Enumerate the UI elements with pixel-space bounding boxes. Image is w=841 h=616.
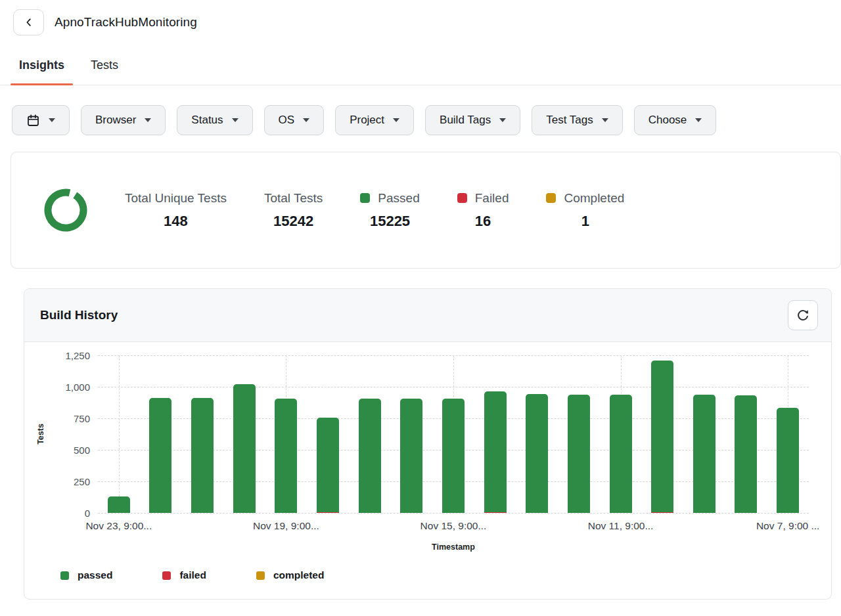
bar-slot [600, 355, 642, 513]
stacked-bar[interactable] [484, 391, 507, 513]
bar-segment-passed [317, 418, 339, 512]
donut-chart-icon [44, 188, 87, 232]
stacked-bar[interactable] [108, 496, 130, 513]
bar-slot [181, 355, 223, 513]
stat-total-tests: Total Tests 15242 [264, 191, 323, 230]
stacked-bar[interactable] [735, 395, 757, 513]
bars-layer [98, 355, 809, 513]
stacked-bar[interactable] [651, 361, 673, 513]
bar-slot [349, 355, 391, 513]
legend-item-passed[interactable]: passed [60, 569, 112, 581]
stat-value: 16 [475, 213, 491, 230]
project-dropdown[interactable]: Project [335, 105, 414, 135]
bar-slot [558, 355, 600, 513]
legend-label: failed [179, 569, 206, 581]
passed-color-swatch [360, 193, 370, 203]
bar-segment-passed [359, 399, 381, 513]
browser-dropdown-label: Browser [95, 114, 136, 127]
project-dropdown-label: Project [350, 114, 384, 127]
back-button[interactable] [13, 9, 44, 35]
bar-slot [98, 355, 140, 513]
stacked-bar[interactable] [610, 395, 632, 513]
legend-item-completed[interactable]: completed [256, 569, 325, 581]
topbar: ApnoTrackHubMonitoring [0, 0, 841, 35]
legend-label: passed [78, 569, 112, 581]
y-tick-label: 0 [85, 508, 90, 519]
stacked-bar[interactable] [568, 395, 590, 513]
bar-slot [265, 355, 307, 513]
stacked-bar[interactable] [400, 399, 422, 513]
bar-slot [223, 355, 265, 513]
y-axis-title: Tests [32, 355, 49, 513]
bar-segment-passed [442, 399, 465, 513]
tab-insights[interactable]: Insights [11, 53, 73, 85]
x-tick-label: Nov 15, 9:00... [420, 520, 487, 532]
bar-segment-passed [149, 398, 171, 513]
bar-segment-passed [484, 391, 507, 512]
tab-bar: Insights Tests [0, 53, 841, 85]
stat-label: Failed [475, 191, 509, 206]
legend-label: completed [273, 569, 325, 581]
stacked-bar[interactable] [233, 384, 256, 513]
stacked-bar[interactable] [275, 399, 297, 513]
bar-slot [683, 355, 725, 513]
x-tick-label: Nov 7, 9:00 ... [756, 520, 820, 532]
stacked-bar[interactable] [191, 398, 214, 513]
y-axis-ticks: 02505007501,0001,250 [49, 355, 98, 513]
choose-dropdown[interactable]: Choose [634, 105, 717, 135]
build-history-card: Build History Tests 02505007501,0001,250… [24, 288, 832, 600]
bar-segment-passed [108, 496, 130, 513]
test-tags-dropdown-label: Test Tags [546, 114, 593, 127]
failed-color-swatch [457, 193, 467, 203]
refresh-button[interactable] [788, 300, 818, 330]
legend-item-failed[interactable]: failed [162, 569, 206, 581]
stacked-bar[interactable] [777, 408, 799, 513]
passed-legend-swatch [60, 571, 69, 580]
stacked-bar[interactable] [442, 399, 465, 513]
bar-slot [307, 355, 349, 513]
stacked-bar[interactable] [359, 399, 381, 513]
stat-label: Completed [564, 191, 624, 206]
y-tick-label: 250 [74, 476, 90, 487]
date-range-dropdown[interactable] [12, 105, 70, 135]
refresh-icon [796, 308, 810, 322]
os-dropdown[interactable]: OS [264, 105, 325, 135]
chevron-left-icon [23, 16, 35, 28]
chevron-down-icon [695, 118, 702, 122]
bar-slot [390, 355, 432, 513]
bar-segment-passed [191, 398, 214, 513]
chart-legend: passedfailedcompleted [24, 553, 831, 599]
y-tick-label: 1,250 [65, 350, 90, 361]
bar-segment-passed [610, 395, 632, 513]
page-title: ApnoTrackHubMonitoring [55, 15, 197, 30]
os-dropdown-label: OS [279, 114, 295, 127]
bar-segment-passed [693, 395, 716, 513]
status-dropdown[interactable]: Status [177, 105, 252, 135]
test-tags-dropdown[interactable]: Test Tags [532, 105, 623, 135]
bar-slot [474, 355, 516, 513]
stacked-bar[interactable] [693, 395, 716, 513]
chevron-down-icon [393, 118, 399, 122]
chevron-down-icon [232, 118, 239, 122]
filter-bar: Browser Status OS Project Build Tags Tes… [0, 105, 841, 135]
stat-value: 148 [164, 213, 188, 230]
stat-label: Passed [378, 191, 419, 206]
stat-label: Total Tests [264, 191, 323, 206]
status-dropdown-label: Status [191, 114, 223, 127]
build-tags-dropdown[interactable]: Build Tags [425, 105, 520, 135]
bar-segment-passed [400, 399, 422, 513]
stacked-bar[interactable] [526, 394, 548, 513]
completed-color-swatch [546, 193, 556, 203]
tab-tests[interactable]: Tests [82, 53, 127, 85]
stat-value: 1 [581, 213, 589, 230]
failed-legend-swatch [162, 571, 171, 580]
y-tick-label: 500 [74, 445, 90, 456]
browser-dropdown[interactable]: Browser [81, 105, 166, 135]
bar-slot [767, 355, 809, 513]
stacked-bar[interactable] [317, 418, 339, 513]
x-tick-label: Nov 19, 9:00... [253, 520, 319, 532]
build-history-title: Build History [40, 308, 118, 322]
stat-passed: Passed 15225 [360, 191, 419, 230]
stacked-bar[interactable] [149, 398, 171, 513]
bar-segment-passed [651, 361, 673, 512]
